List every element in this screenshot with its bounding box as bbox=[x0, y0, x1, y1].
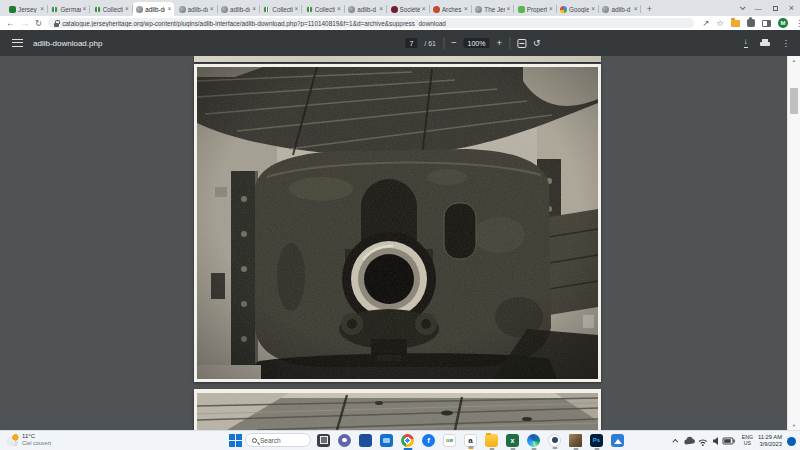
share-icon[interactable]: ↗ bbox=[702, 19, 709, 28]
tab-close-icon[interactable]: × bbox=[83, 6, 87, 13]
maximize-button[interactable] bbox=[773, 6, 778, 11]
tab-close-icon[interactable]: × bbox=[591, 6, 595, 13]
tab-search-chevron-icon[interactable] bbox=[740, 4, 746, 10]
start-button[interactable] bbox=[228, 434, 241, 447]
volume-icon[interactable] bbox=[713, 437, 718, 445]
taskbar-icon-file-explorer[interactable] bbox=[485, 434, 498, 447]
tab-adlib-download-5[interactable]: adlib-d× bbox=[599, 2, 640, 16]
extension-folder-icon[interactable] bbox=[731, 20, 740, 27]
minimize-button[interactable]: — bbox=[755, 5, 762, 12]
zoom-out-button[interactable]: − bbox=[451, 38, 457, 48]
page-number-input[interactable]: 7 bbox=[405, 38, 417, 48]
taskbar-icon-photoshop[interactable] bbox=[590, 434, 603, 447]
taskbar-icon-amazon[interactable] bbox=[464, 434, 477, 447]
taskbar-icon-app-blue[interactable] bbox=[359, 434, 372, 447]
tab-arches[interactable]: Arches× bbox=[430, 2, 471, 16]
rotate-icon[interactable]: ↺ bbox=[533, 39, 541, 48]
tab-google-maps[interactable]: Google× bbox=[557, 2, 598, 16]
bookmark-star-icon[interactable]: ☆ bbox=[716, 19, 724, 28]
language-indicator[interactable]: ENG US bbox=[742, 435, 753, 446]
scroll-up-icon[interactable]: ▲ bbox=[788, 58, 800, 63]
taskbar-icon-gw-site[interactable] bbox=[443, 434, 456, 447]
globe-favicon-icon bbox=[136, 6, 143, 13]
taskbar-icon-excel[interactable] bbox=[506, 434, 519, 447]
tab-adlib-download-4[interactable]: adlib-d× bbox=[345, 2, 386, 16]
photo-wooden-planks-top bbox=[197, 393, 598, 430]
notification-badge[interactable] bbox=[787, 437, 796, 446]
zoom-level-input[interactable]: 100% bbox=[464, 38, 490, 48]
pdf-title: adlib-download.php bbox=[33, 39, 102, 48]
reload-icon[interactable]: ↻ bbox=[35, 19, 42, 28]
taskbar-icon-remote-desktop[interactable] bbox=[380, 434, 393, 447]
scrollbar-thumb[interactable] bbox=[790, 88, 798, 114]
taskbar-icon-task-view[interactable] bbox=[317, 434, 330, 447]
browser-window: Jersey H× German× Collectio× adlib-do× a… bbox=[0, 0, 800, 450]
onedrive-cloud-icon[interactable] bbox=[684, 437, 695, 445]
window-controls: — × bbox=[740, 0, 794, 16]
taskbar-icon-edge[interactable] bbox=[527, 434, 540, 447]
pdf-menu-icon[interactable]: ⋮ bbox=[782, 38, 791, 48]
print-icon[interactable] bbox=[760, 39, 770, 48]
weather-condition: Ciel couvert bbox=[22, 440, 51, 446]
taskbar-icon-photo-file[interactable] bbox=[569, 434, 582, 447]
zoom-in-button[interactable]: + bbox=[496, 38, 502, 48]
tab-close-icon[interactable]: × bbox=[507, 6, 511, 13]
address-bar[interactable]: catalogue.jerseyheritage.org/wp-content/… bbox=[48, 18, 694, 28]
back-icon[interactable]: ← bbox=[6, 19, 15, 28]
tab-property[interactable]: Propert× bbox=[515, 2, 556, 16]
tab-adlib-download-active[interactable]: adlib-do× bbox=[133, 2, 174, 16]
tab-close-icon[interactable]: × bbox=[125, 6, 129, 13]
tab-german[interactable]: German× bbox=[48, 2, 89, 16]
pdf-action-buttons: ↓ ⋮ bbox=[744, 38, 791, 48]
tab-close-icon[interactable]: × bbox=[210, 6, 214, 13]
download-icon[interactable]: ↓ bbox=[744, 38, 748, 48]
vertical-scrollbar[interactable]: ▲ ▼ bbox=[787, 56, 800, 430]
tab-close-icon[interactable]: × bbox=[422, 6, 426, 13]
pdf-toolbar: adlib-download.php 7 / 61 − 100% + ↺ ↓ ⋮ bbox=[0, 30, 800, 56]
tab-close-icon[interactable]: × bbox=[549, 6, 553, 13]
toolbar-divider bbox=[443, 37, 444, 49]
tab-close-icon[interactable]: × bbox=[379, 6, 383, 13]
tab-collections-2[interactable]: Collecti× bbox=[260, 2, 301, 16]
extensions-puzzle-icon[interactable] bbox=[747, 19, 755, 27]
scroll-down-icon[interactable]: ▼ bbox=[788, 423, 800, 428]
tab-adlib-download-2[interactable]: adlib-do× bbox=[176, 2, 217, 16]
tab-the-jersey[interactable]: The Jer× bbox=[472, 2, 513, 16]
tab-close-icon[interactable]: × bbox=[295, 6, 299, 13]
tab-close-icon[interactable]: × bbox=[167, 6, 171, 13]
taskbar-icon-photos[interactable] bbox=[611, 434, 624, 447]
profile-avatar[interactable]: M bbox=[778, 18, 788, 28]
fit-page-icon[interactable] bbox=[517, 39, 526, 48]
close-window-button[interactable]: × bbox=[789, 4, 794, 13]
tab-close-icon[interactable]: × bbox=[634, 6, 638, 13]
pdf-hamburger-menu-icon[interactable] bbox=[12, 39, 23, 47]
sidebar-icon[interactable] bbox=[762, 20, 771, 27]
tab-title: Collectio bbox=[103, 6, 123, 13]
battery-icon[interactable] bbox=[723, 438, 735, 444]
tray-chevron-up-icon[interactable] bbox=[672, 439, 678, 445]
tab-close-icon[interactable]: × bbox=[252, 6, 256, 13]
tab-jersey-heritage[interactable]: Jersey H× bbox=[6, 2, 47, 16]
wifi-icon[interactable] bbox=[699, 440, 707, 443]
taskbar-icon-chrome[interactable] bbox=[401, 434, 414, 447]
tab-close-icon[interactable]: × bbox=[40, 6, 44, 13]
tab-adlib-download-3[interactable]: adlib-do× bbox=[218, 2, 259, 16]
lock-icon bbox=[54, 20, 59, 27]
tab-collections-1[interactable]: Collectio× bbox=[91, 2, 132, 16]
taskbar-icon-facebook[interactable] bbox=[422, 434, 435, 447]
taskbar-search[interactable]: Search bbox=[245, 433, 311, 447]
globe-favicon-icon bbox=[221, 6, 228, 13]
tab-collections-3[interactable]: Collecti× bbox=[303, 2, 344, 16]
pdf-page-7 bbox=[194, 64, 601, 382]
tab-close-icon[interactable]: × bbox=[337, 6, 341, 13]
forward-icon[interactable]: → bbox=[21, 19, 30, 28]
arches-favicon-icon bbox=[433, 6, 440, 13]
browser-menu-icon[interactable]: ⋮ bbox=[795, 19, 800, 28]
tab-close-icon[interactable]: × bbox=[464, 6, 468, 13]
taskbar-icon-steam[interactable] bbox=[548, 434, 561, 447]
new-tab-button[interactable]: + bbox=[647, 4, 652, 14]
clock[interactable]: 11:29 AM 3/9/2023 bbox=[758, 434, 782, 447]
taskbar-icon-chat[interactable] bbox=[338, 434, 351, 447]
weather-widget[interactable]: 11°C Ciel couvert bbox=[6, 433, 51, 446]
tab-societe[interactable]: Société× bbox=[388, 2, 429, 16]
